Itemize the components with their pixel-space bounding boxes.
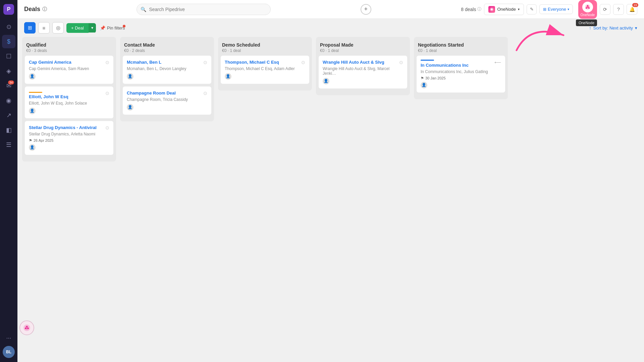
add-deal-button-group: + Deal ▾ <box>66 23 96 33</box>
sidebar-item-home[interactable]: ⊙ <box>2 20 15 34</box>
deal-card-elliott[interactable]: Elliott, John W Esq Elliott, John W Esq,… <box>25 86 113 118</box>
sidebar-item-leads[interactable]: ◈ <box>2 64 15 78</box>
search-input[interactable] <box>137 4 271 15</box>
deal-avatar: 👤 <box>127 73 133 80</box>
deal-date: ⚑ 26 Apr 2025 <box>29 138 109 143</box>
help-button[interactable]: ? <box>613 4 624 15</box>
deal-date: ⚑ 30 Jan 2025 <box>421 76 501 80</box>
deal-info-icon: ⊙ <box>203 90 207 96</box>
deal-card-in-communications[interactable]: In Communications Inc In Communications … <box>417 56 505 93</box>
user-avatar[interactable]: BL <box>3 346 15 358</box>
column-negotiations-started: Negotiations Started €0 · 1 deal In Comm… <box>414 37 508 99</box>
add-button[interactable]: + <box>361 4 371 15</box>
svg-point-10 <box>26 326 28 327</box>
add-deal-main-button[interactable]: + Deal <box>66 23 89 33</box>
deal-avatar: 👤 <box>421 82 427 88</box>
pin-dot <box>123 25 125 27</box>
mail-badge: 34 <box>8 80 14 84</box>
deal-card-stellar[interactable]: Stellar Drug Dynamics - Antiviral Stella… <box>25 121 113 155</box>
deal-info-icon: ⊙ <box>105 125 109 130</box>
contacts-icon: ◉ <box>6 97 11 104</box>
flag-icon: ⚑ <box>421 76 424 80</box>
info-icon[interactable]: ⓘ <box>42 6 47 12</box>
more-icon: ··· <box>6 335 11 342</box>
column-demo-scheduled: Demo Scheduled €0 · 1 deal Thompson, Mic… <box>218 37 312 90</box>
activities-icon: ☐ <box>6 53 11 60</box>
add-deal-dropdown-button[interactable]: ▾ <box>89 23 96 33</box>
notifications-badge: 19 <box>632 3 638 7</box>
kanban-board: Qualified €0 · 3 deals Cap Gemini Americ… <box>17 37 644 362</box>
deal-card-thompson[interactable]: Thompson, Michael C Esq Thompson, Michae… <box>221 56 309 84</box>
column-proposal-made: Proposal Made €0 · 1 deal Wrangle Hill A… <box>316 37 410 95</box>
flag-icon: ⚑ <box>29 138 32 143</box>
sort-up-icon: ↑ <box>589 25 591 31</box>
sidebar-item-reports[interactable]: ↗ <box>2 109 15 122</box>
search-bar: 🔍 <box>137 4 271 15</box>
app-logo[interactable]: P <box>3 4 14 15</box>
deal-avatar: 👤 <box>29 108 36 114</box>
sidebar-item-activities[interactable]: ☐ <box>2 50 15 63</box>
svg-point-11 <box>28 328 29 329</box>
home-icon: ⊙ <box>6 23 11 31</box>
search-icon: 🔍 <box>141 7 146 12</box>
everyone-chevron-icon: ▾ <box>568 7 569 11</box>
edit-button[interactable]: ✎ <box>527 4 537 14</box>
onenode-button[interactable]: OneNode ▾ <box>484 4 524 15</box>
onenode-highlight-button[interactable]: OneNode <box>578 0 597 19</box>
svg-point-12 <box>25 328 26 329</box>
deal-avatar: 👤 <box>323 78 329 84</box>
topbar-right: 8 deals ⓘ OneNode ▾ ✎ ⊞ Everyone <box>461 0 637 19</box>
chatbot-fab[interactable] <box>19 320 34 335</box>
chart-view-button[interactable]: ◎ <box>52 22 64 34</box>
deal-info-icon: ⊙ <box>301 60 305 65</box>
pin-icon: 📌 <box>100 25 105 31</box>
notifications-button[interactable]: 🔔 19 <box>627 4 637 15</box>
sidebar-item-deals[interactable]: $ <box>2 35 15 48</box>
column-qualified: Qualified €0 · 3 deals Cap Gemini Americ… <box>22 37 116 162</box>
deals-count: 8 deals ⓘ <box>461 6 481 12</box>
sort-button[interactable]: ↑ Sort by: Next activity ▾ <box>589 25 637 31</box>
filter-icon: ⊞ <box>543 7 546 12</box>
pin-filters-button[interactable]: 📌 Pin filters <box>100 25 125 31</box>
column-header-qualified: Qualified €0 · 3 deals <box>25 41 113 56</box>
deal-card-mcmahan[interactable]: Mcmahan, Ben L Mcmahan, Ben L, Devon Lan… <box>123 56 211 84</box>
sidebar-item-products[interactable]: ◧ <box>2 123 15 137</box>
sidebar-item-campaigns[interactable]: ☰ <box>2 138 15 152</box>
column-header-contact-made: Contact Made €0 · 2 deals <box>123 41 211 56</box>
svg-point-6 <box>586 7 587 9</box>
onenode-chevron-icon: ▾ <box>518 7 520 11</box>
leads-icon: ◈ <box>6 67 11 75</box>
sidebar-item-more[interactable]: ··· <box>2 331 15 345</box>
kanban-icon: ⊞ <box>28 25 32 31</box>
onenode-highlight-label: OneNode <box>581 13 595 17</box>
deal-card-champagne[interactable]: Champagne Room Deal Champagne Room, Tric… <box>123 86 211 115</box>
column-header-demo-scheduled: Demo Scheduled €0 · 1 deal <box>221 41 309 56</box>
topbar: Deals ⓘ 🔍 + 8 deals ⓘ OneNode ▾ <box>17 0 644 19</box>
help-icon: ? <box>617 7 620 12</box>
refresh-button[interactable]: ⟳ <box>600 4 610 15</box>
deal-info-icon: ⊙ <box>105 90 109 96</box>
deals-count-info-icon[interactable]: ⓘ <box>477 6 481 12</box>
deal-avatar: 👤 <box>29 144 36 151</box>
deal-card-cap-gemini[interactable]: Cap Gemini America Cap Gemini America, S… <box>25 56 113 84</box>
status-bar-blue <box>421 60 434 61</box>
sidebar: P ⊙ $ ☐ ◈ ✉ 34 ◉ ↗ ◧ ☰ ··· BL <box>0 0 17 362</box>
bell-icon: 🔔 <box>629 7 635 12</box>
column-header-proposal-made: Proposal Made €0 · 1 deal <box>319 41 407 56</box>
refresh-icon: ⟳ <box>603 7 607 12</box>
sidebar-item-contacts[interactable]: ◉ <box>2 94 15 107</box>
list-icon: ≡ <box>43 25 46 31</box>
svg-point-4 <box>587 5 588 6</box>
deals-icon: $ <box>7 38 10 45</box>
sidebar-item-mail[interactable]: ✉ 34 <box>2 79 15 93</box>
status-bar <box>29 92 42 93</box>
edit-icon: ✎ <box>530 7 534 12</box>
sort-chevron-icon: ▾ <box>635 25 637 31</box>
kanban-view-button[interactable]: ⊞ <box>24 22 36 34</box>
reports-icon: ↗ <box>6 112 11 119</box>
everyone-filter-button[interactable]: ⊞ Everyone ▾ <box>539 4 573 14</box>
list-view-button[interactable]: ≡ <box>38 22 50 34</box>
deal-card-wrangle[interactable]: Wrangle Hill Auto Auct & Slvg Wrangle Hi… <box>319 56 407 88</box>
svg-point-1 <box>491 8 493 10</box>
chart-icon: ◎ <box>56 25 60 31</box>
